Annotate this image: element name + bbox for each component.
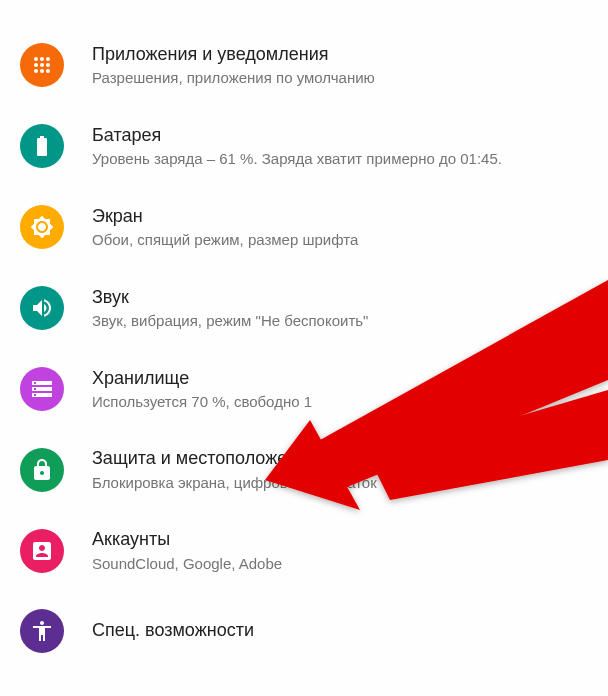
- svg-point-7: [40, 69, 44, 73]
- svg-point-1: [40, 57, 44, 61]
- item-subtitle: Уровень заряда – 61 %. Заряда хватит при…: [92, 149, 502, 169]
- settings-item-battery[interactable]: Батарея Уровень заряда – 61 %. Заряда хв…: [0, 106, 608, 187]
- settings-item-display[interactable]: Экран Обои, спящий режим, размер шрифта: [0, 187, 608, 268]
- item-title: Батарея: [92, 124, 502, 147]
- svg-point-3: [34, 63, 38, 67]
- item-subtitle: Разрешения, приложения по умолчанию: [92, 68, 375, 88]
- svg-point-0: [34, 57, 38, 61]
- apps-icon: [20, 43, 64, 87]
- settings-item-apps[interactable]: Приложения и уведомления Разрешения, при…: [0, 25, 608, 106]
- settings-item-accessibility[interactable]: Спец. возможности: [0, 591, 608, 671]
- svg-point-2: [46, 57, 50, 61]
- item-subtitle: Блокировка экрана, цифровой отпечаток: [92, 473, 377, 493]
- accessibility-icon: [20, 609, 64, 653]
- item-text: Хранилище Используется 70 %, свободно 1: [92, 367, 312, 412]
- item-subtitle: SoundCloud, Google, Adobe: [92, 554, 282, 574]
- account-icon: [20, 529, 64, 573]
- svg-point-5: [46, 63, 50, 67]
- item-text: Звук Звук, вибрация, режим "Не беспокоит…: [92, 286, 368, 331]
- settings-item-sound[interactable]: Звук Звук, вибрация, режим "Не беспокоит…: [0, 268, 608, 349]
- item-subtitle: Звук, вибрация, режим "Не беспокоить": [92, 311, 368, 331]
- item-title: Защита и местоположение: [92, 447, 377, 470]
- svg-point-4: [40, 63, 44, 67]
- item-text: Приложения и уведомления Разрешения, при…: [92, 43, 375, 88]
- settings-item-security[interactable]: Защита и местоположение Блокировка экран…: [0, 429, 608, 510]
- item-title: Аккаунты: [92, 528, 282, 551]
- item-title: Звук: [92, 286, 368, 309]
- lock-icon: [20, 448, 64, 492]
- item-subtitle: Используется 70 %, свободно 1: [92, 392, 312, 412]
- battery-icon: [20, 124, 64, 168]
- settings-item-storage[interactable]: Хранилище Используется 70 %, свободно 1: [0, 349, 608, 430]
- settings-item-accounts[interactable]: Аккаунты SoundCloud, Google, Adobe: [0, 510, 608, 591]
- item-text: Спец. возможности: [92, 619, 254, 644]
- item-title: Хранилище: [92, 367, 312, 390]
- svg-point-6: [34, 69, 38, 73]
- svg-point-8: [46, 69, 50, 73]
- brightness-icon: [20, 205, 64, 249]
- volume-icon: [20, 286, 64, 330]
- storage-icon: [20, 367, 64, 411]
- item-title: Экран: [92, 205, 358, 228]
- item-title: Приложения и уведомления: [92, 43, 375, 66]
- item-text: Экран Обои, спящий режим, размер шрифта: [92, 205, 358, 250]
- settings-list: Приложения и уведомления Разрешения, при…: [0, 0, 608, 671]
- item-text: Батарея Уровень заряда – 61 %. Заряда хв…: [92, 124, 502, 169]
- item-text: Аккаунты SoundCloud, Google, Adobe: [92, 528, 282, 573]
- item-title: Спец. возможности: [92, 619, 254, 642]
- item-subtitle: Обои, спящий режим, размер шрифта: [92, 230, 358, 250]
- item-text: Защита и местоположение Блокировка экран…: [92, 447, 377, 492]
